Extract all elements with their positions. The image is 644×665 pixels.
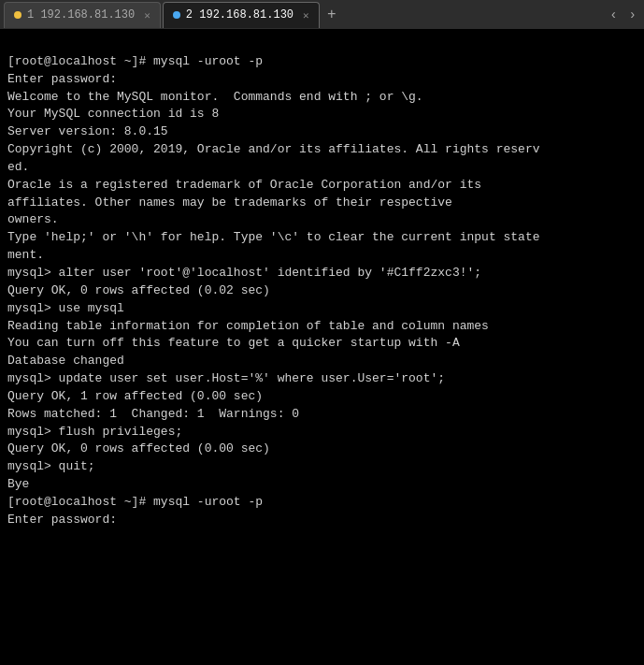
terminal-output[interactable]: [root@localhost ~]# mysql -uroot -pEnter…: [0, 30, 644, 665]
terminal-line: Oracle is a registered trademark of Orac…: [7, 177, 637, 195]
terminal-line: Welcome to the MySQL monitor. Commands e…: [7, 89, 637, 107]
tab-2-dot: [173, 11, 180, 19]
nav-next-button[interactable]: ›: [625, 6, 640, 24]
tab-2-close[interactable]: ✕: [303, 9, 309, 22]
terminal-line: affiliates. Other names may be trademark…: [7, 195, 637, 212]
tab-2-label: 2 192.168.81.130: [186, 8, 293, 22]
terminal-line: Type 'help;' or '\h' for help. Type '\c'…: [7, 229, 637, 247]
terminal-line: You can turn off this feature to get a q…: [7, 335, 637, 353]
terminal-line: Rows matched: 1 Changed: 1 Warnings: 0: [7, 406, 637, 424]
terminal-line: Enter password:: [7, 71, 637, 89]
terminal-line: [root@localhost ~]# mysql -uroot -p: [7, 53, 637, 71]
tab-bar: 1 192.168.81.130 ✕ 2 192.168.81.130 ✕ + …: [0, 0, 644, 30]
terminal-line: Your MySQL connection id is 8: [7, 106, 637, 123]
terminal-line: mysql> update user set user.Host='%' whe…: [7, 370, 637, 388]
terminal-line: ment.: [7, 247, 637, 265]
terminal-line: mysql> use mysql: [7, 300, 637, 318]
terminal-line: Query OK, 1 row affected (0.00 sec): [7, 388, 637, 406]
terminal-line: Copyright (c) 2000, 2019, Oracle and/or …: [7, 141, 637, 159]
terminal-line: Query OK, 0 rows affected (0.00 sec): [7, 441, 637, 458]
terminal-line: mysql> flush privileges;: [7, 424, 637, 441]
terminal-line: mysql> quit;: [7, 458, 637, 476]
terminal-line: Enter password:: [7, 512, 637, 529]
tab-navigation: ‹ ›: [606, 6, 640, 24]
nav-prev-button[interactable]: ‹: [606, 6, 621, 24]
tab-1[interactable]: 1 192.168.81.130 ✕: [4, 2, 161, 28]
terminal-line: mysql> alter user 'root'@'localhost' ide…: [7, 265, 637, 282]
tab-1-label: 1 192.168.81.130: [27, 8, 135, 22]
terminal-line: ed.: [7, 159, 637, 177]
tab-1-close[interactable]: ✕: [144, 9, 150, 22]
terminal-line: [root@localhost ~]# mysql -uroot -p: [7, 494, 637, 512]
tab-1-dot: [14, 11, 21, 19]
terminal-line: owners.: [7, 211, 637, 229]
terminal-line: Query OK, 0 rows affected (0.02 sec): [7, 282, 637, 300]
terminal-line: Reading table information for completion…: [7, 318, 637, 336]
terminal-line: Database changed: [7, 353, 637, 370]
tab-2[interactable]: 2 192.168.81.130 ✕: [163, 2, 320, 28]
terminal-line: Bye: [7, 476, 637, 494]
terminal-line: Server version: 8.0.15: [7, 123, 637, 141]
new-tab-button[interactable]: +: [322, 5, 342, 25]
